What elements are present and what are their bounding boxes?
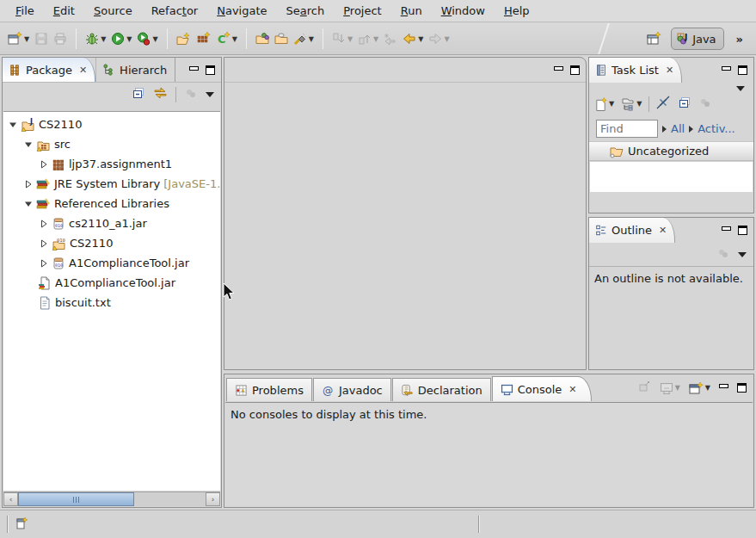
new-java-package-button[interactable] xyxy=(194,29,213,48)
expand-arrow-icon[interactable] xyxy=(40,239,48,248)
hide-completed-icon xyxy=(656,96,671,109)
menu-edit[interactable]: Edit xyxy=(45,2,83,20)
pin-console-button[interactable] xyxy=(637,380,651,396)
open-console-button[interactable]: ▼ xyxy=(689,381,710,395)
view-menu-icon[interactable] xyxy=(738,252,747,257)
tab-task-list[interactable]: Task List ✕ xyxy=(589,58,682,83)
previous-annotation-button[interactable]: ▼ xyxy=(355,29,381,48)
last-edit-location-button[interactable]: * xyxy=(381,29,400,48)
tab-console[interactable]: Console ✕ xyxy=(492,376,592,401)
focus-button[interactable] xyxy=(698,96,712,112)
run-button[interactable]: ▼ xyxy=(108,29,134,48)
menu-file[interactable]: File xyxy=(7,2,43,20)
next-annotation-button[interactable]: ▼ xyxy=(329,29,355,48)
run-external-tools-button[interactable]: ▼ xyxy=(134,29,160,48)
search-button[interactable]: ▼ xyxy=(291,29,317,48)
dropdown-arrow-icon: ▼ xyxy=(609,100,614,108)
collapse-arrow-icon[interactable] xyxy=(24,140,33,149)
task-category-row[interactable]: Uncategorized xyxy=(589,141,753,161)
find-input[interactable] xyxy=(596,120,658,138)
scroll-left-button[interactable]: ‹ xyxy=(3,492,18,506)
focus-button[interactable] xyxy=(716,246,730,263)
menu-run[interactable]: Run xyxy=(392,2,431,20)
menu-help[interactable]: Help xyxy=(495,2,538,20)
collapse-arrow-icon[interactable] xyxy=(24,200,33,208)
tree-item-cs2110-classfolder[interactable]: 010 CS2110 xyxy=(3,233,220,253)
new-java-class-icon: C xyxy=(216,32,230,46)
menu-refactor[interactable]: Refactor xyxy=(143,2,207,20)
menu-source[interactable]: Source xyxy=(85,2,141,20)
close-icon[interactable]: ✕ xyxy=(569,384,576,395)
tree-item-jre-system-library[interactable]: JRE System Library [JavaSE-1.6 xyxy=(3,174,220,194)
collapse-all-button[interactable] xyxy=(132,86,145,102)
close-icon[interactable]: ✕ xyxy=(659,225,667,236)
minimize-icon[interactable] xyxy=(722,226,731,231)
java-perspective-button[interactable]: J Java xyxy=(671,28,723,50)
collapse-all-button[interactable] xyxy=(678,96,691,112)
new-java-class-button[interactable]: C ▼ xyxy=(213,29,240,48)
open-type-button[interactable] xyxy=(253,29,272,48)
new-task-button[interactable]: ▼ xyxy=(594,97,614,111)
menu-project[interactable]: Project xyxy=(335,2,390,20)
maximize-icon[interactable] xyxy=(570,65,580,75)
print-button[interactable] xyxy=(51,29,70,48)
scrollbar-trough[interactable] xyxy=(18,492,206,506)
tree-item-cs2110-a1-jar[interactable]: 010 cs2110_a1.jar xyxy=(3,213,220,233)
forward-button[interactable]: ▼ xyxy=(426,29,452,48)
open-resource-button[interactable] xyxy=(272,29,291,48)
maximize-icon[interactable] xyxy=(737,383,747,393)
tab-problems[interactable]: Problems xyxy=(226,378,312,401)
tab-package-explorer[interactable]: Package ✕ xyxy=(3,58,95,82)
maximize-icon[interactable] xyxy=(206,65,215,75)
tree-item-a1compliancetool-jar[interactable]: 010 A1ComplianceTool.jar xyxy=(3,253,220,273)
new-wizard-button[interactable]: ▼ xyxy=(5,29,32,48)
filter-all-link[interactable]: All xyxy=(671,122,685,135)
link-with-editor-button[interactable] xyxy=(153,86,168,102)
menu-search[interactable]: Search xyxy=(278,2,334,20)
activate-link[interactable]: Activ... xyxy=(698,122,735,135)
fast-view-button[interactable] xyxy=(15,516,30,533)
categorized-view-button[interactable]: ▼ xyxy=(621,97,642,111)
back-button[interactable]: ▼ xyxy=(400,29,426,48)
maximize-icon[interactable] xyxy=(738,65,747,75)
save-button[interactable] xyxy=(32,29,51,48)
tree-item-src[interactable]: src xyxy=(3,134,220,154)
close-icon[interactable]: ✕ xyxy=(79,65,87,76)
close-icon[interactable]: ✕ xyxy=(666,65,673,76)
minimize-icon[interactable] xyxy=(189,66,199,71)
debug-button[interactable]: ▼ xyxy=(83,29,108,48)
tree-item-cs2110-project[interactable]: J CS2110 xyxy=(3,114,220,134)
tab-javadoc[interactable]: @ Javadoc xyxy=(313,378,391,401)
collapse-arrow-icon[interactable] xyxy=(9,121,17,129)
maximize-icon[interactable] xyxy=(738,226,747,235)
expand-arrow-icon[interactable] xyxy=(40,160,48,169)
scrollbar-thumb[interactable] xyxy=(18,492,134,506)
view-menu-icon[interactable] xyxy=(736,86,745,91)
expand-arrow-icon[interactable] xyxy=(40,220,48,228)
focus-button[interactable] xyxy=(184,86,198,102)
tree-item-biscuit-txt[interactable]: biscuit.txt xyxy=(3,293,220,312)
expand-arrow-icon[interactable] xyxy=(40,259,48,268)
menu-window[interactable]: Window xyxy=(433,2,494,20)
minimize-icon[interactable] xyxy=(719,384,728,388)
tab-hierarchy[interactable]: Hierarch xyxy=(95,58,175,82)
debug-icon xyxy=(85,32,99,46)
menu-navigate[interactable]: Navigate xyxy=(208,2,275,20)
open-perspective-button[interactable] xyxy=(644,29,664,48)
tree-item-ljp37-assignment1[interactable]: ljp37.assignment1 xyxy=(3,154,220,174)
tab-outline[interactable]: Outline ✕ xyxy=(589,218,675,243)
horizontal-scrollbar[interactable]: ‹ › xyxy=(3,492,220,506)
display-selected-console-button[interactable]: ▼ xyxy=(660,381,680,395)
fast-view-icon xyxy=(15,516,30,530)
tree-item-a1compliancetool-jar-file[interactable]: A1ComplianceTool.jar xyxy=(3,273,220,293)
expand-arrow-icon[interactable] xyxy=(24,180,33,189)
minimize-icon[interactable] xyxy=(554,66,563,71)
new-java-project-button[interactable] xyxy=(174,29,194,48)
tree-item-referenced-libraries[interactable]: Referenced Libraries xyxy=(3,194,220,213)
hide-completed-button[interactable] xyxy=(656,96,671,112)
scroll-right-button[interactable]: › xyxy=(206,492,220,506)
view-menu-icon[interactable] xyxy=(206,92,214,97)
perspective-more-button[interactable]: » xyxy=(731,33,747,46)
minimize-icon[interactable] xyxy=(722,66,731,71)
tab-declaration[interactable]: Declaration xyxy=(392,378,491,401)
